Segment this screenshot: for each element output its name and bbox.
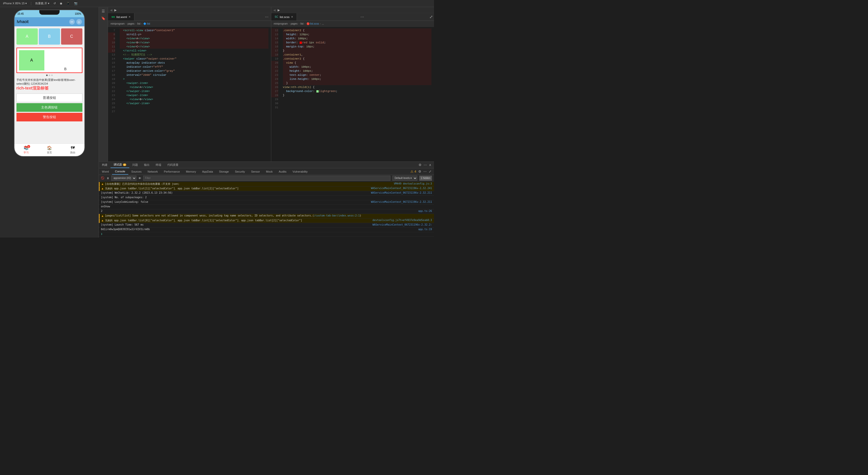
tab-scss[interactable]: SC list.scss ✕ [271, 13, 297, 21]
devtab-network[interactable]: Network [145, 168, 161, 175]
refresh-btn[interactable]: ↺ [54, 2, 56, 5]
tab-terminal[interactable]: 终端 [153, 162, 164, 168]
code-line-17: autoplay indicator-dots [120, 61, 269, 65]
tab-output[interactable]: 输出 [141, 162, 153, 168]
sidebar-icon-explorer[interactable]: ☰ [102, 9, 105, 13]
tab-terminal-label: 终端 [156, 163, 161, 167]
code-line-12: <view>C</view> [120, 44, 269, 49]
default-levels-select[interactable]: Default levels ▾ [393, 176, 417, 181]
wxml-code-content[interactable]: <scroll-view class="container2" scroll-y… [117, 27, 271, 161]
tab-wxml[interactable]: wx list.wxml ✕ [108, 13, 134, 21]
devtab-storage[interactable]: Storage [216, 168, 232, 175]
dot-1 [46, 74, 48, 76]
settings-icon[interactable]: ⚙ [418, 163, 422, 167]
devtab-security[interactable]: Security [232, 168, 248, 175]
code-line-19: indicator-active-color="gray" [120, 69, 269, 73]
devtab-console-label: Console [115, 170, 125, 173]
camera-btn[interactable]: 📷 [74, 2, 78, 5]
devtab-wxml[interactable]: Wxml [99, 168, 112, 175]
devtab-mock[interactable]: Mock [263, 168, 276, 175]
code-line-21: > [120, 77, 269, 81]
console-source-11[interactable]: app.ts:19 [418, 228, 432, 231]
console-source-5[interactable]: WAServiceMainContext_067231196v-2.32.211 [371, 200, 432, 203]
code-line-26: <view>B</view> [120, 97, 269, 101]
devtab-performance-label: Performance [164, 170, 180, 173]
devtab-performance[interactable]: Performance [161, 168, 183, 175]
tab-code-quality[interactable]: 代码质量 [164, 162, 182, 168]
nav-forward-btn[interactable]: ▶ [114, 8, 117, 12]
warn-icon-2: ▲ [102, 187, 103, 190]
tab-build[interactable]: 构建 [99, 162, 111, 168]
console-source-10[interactable]: WAServiceMainContext_067231196v-2.32.2: [372, 223, 432, 226]
tabbar-item-route[interactable]: 🗺 路由 [70, 146, 75, 154]
warn-icon-4: ▲ [102, 219, 103, 222]
tab-more-btn[interactable]: ⋯ [262, 15, 271, 19]
scss-line-15: border: red 1px solid; [283, 40, 432, 44]
console-source-1[interactable]: VM449 devtoolsconfig.js:3 [394, 182, 432, 185]
device-selector[interactable]: iPhone X 85% 15 ▾ [3, 2, 27, 5]
scss-tab-close[interactable]: ✕ [291, 15, 293, 18]
nav-back-btn[interactable]: ◀ [110, 8, 112, 12]
breadcrumb-list: list [137, 22, 141, 25]
scss-line-23: width: 100px; [283, 65, 432, 69]
devtools-settings-icon[interactable]: ⚙ [418, 169, 421, 173]
devtab-sensor[interactable]: Sensor [248, 168, 263, 175]
console-clear-btn[interactable]: 🚫 [101, 177, 104, 180]
tabbar-item-study[interactable]: 📚 2 学习 [24, 146, 29, 154]
console-line-launch: [system] Launch Time: 567 ms WAServiceMa… [99, 223, 434, 228]
sidebar-icons: ☰ 🔖 [99, 7, 108, 161]
phone-header-icons: ••• ◎ [69, 19, 82, 25]
scss-code-content[interactable]: .container2 { height: 120px; width: 100p… [280, 27, 434, 161]
appservice-selector[interactable]: appservice (#2) [111, 176, 136, 181]
console-source-9[interactable]: devtoolsconfig.js7t=ef4937e9ea9d5eab8:3 [372, 219, 432, 222]
hotreload-toggle[interactable]: 热重载 开 ▾ [35, 2, 50, 5]
devtab-audits-label: Audits [279, 170, 287, 173]
phone-btn-red[interactable]: 警告按钮 [17, 113, 83, 121]
console-line-prompt[interactable]: ❯ [99, 232, 434, 237]
header-icon-dots[interactable]: ••• [69, 19, 75, 25]
scss-nav-forward-btn[interactable]: ▶ [278, 8, 280, 12]
phone-time: 15:45 [18, 12, 24, 15]
devtab-sources[interactable]: Sources [128, 168, 145, 175]
compile-btn[interactable]: ◉ [60, 2, 62, 5]
tab-debugger-label: 调试器 [114, 163, 122, 166]
tab-output-label: 输出 [144, 163, 150, 167]
devtab-console[interactable]: Console [112, 168, 128, 175]
console-filter-input[interactable] [143, 176, 391, 181]
devtab-vulnerability[interactable]: Vulnerability [289, 168, 311, 175]
wxml-tab-close[interactable]: ✕ [128, 15, 130, 18]
debugger-badge: 4 [123, 163, 126, 166]
console-text-4: [system] No. of subpackages: 2 [101, 196, 430, 199]
phone-text-rich: rich-text渲染标签 [17, 86, 83, 91]
console-source-3[interactable]: WAServiceMainContext_067231196v-2.32.211 [371, 191, 432, 194]
scss-nav-back-btn[interactable]: ◀ [273, 8, 276, 12]
scss-tab-more-btn[interactable]: ⋯ [358, 15, 367, 19]
tab-debugger[interactable]: 调试器 4 [111, 162, 129, 168]
more-icon[interactable]: ⋯ [424, 163, 427, 167]
header-icon-circle[interactable]: ◎ [76, 19, 82, 25]
devtools-more-icon[interactable]: ⋯ [423, 169, 427, 173]
console-source-2[interactable]: WAServiceMainContext_067231196v-2,32.241 [371, 187, 432, 190]
code-line-24: </swiper-item> [120, 89, 269, 93]
phone-btn-green[interactable]: 主色调按钮 [17, 103, 83, 112]
devtab-memory[interactable]: Memory [183, 168, 199, 175]
tab-problems[interactable]: 问题 [129, 162, 141, 168]
devtab-appdata[interactable]: AppData [199, 168, 216, 175]
tabbar-label-route: 路由 [70, 151, 75, 154]
scss-line-16: margin-top: 10px; [283, 44, 432, 49]
phone-btn[interactable]: 📱 [66, 2, 70, 5]
console-pause-btn[interactable]: ⏸ [106, 177, 109, 180]
expand-btn[interactable]: ⤢ [428, 14, 434, 19]
console-text-10: [system] Launch Time: 567 ms [101, 223, 371, 226]
collapse-icon[interactable]: ∧ [429, 163, 431, 167]
sidebar-icon-bookmark[interactable]: 🔖 [101, 16, 105, 20]
tabbar-item-home[interactable]: 🏠 首页 [47, 146, 52, 154]
scss-line-13: height: 120px; [283, 32, 432, 36]
phone-btn-plain[interactable]: 普通按钮 [17, 94, 83, 102]
console-eye-icon[interactable]: 👁 [138, 177, 141, 180]
devtools-detach-icon[interactable]: ⤢ [429, 169, 431, 173]
bottom-panel: 构建 调试器 4 问题 输出 终端 代码质量 [99, 161, 434, 238]
console-source-7[interactable]: app.ts:26 [418, 210, 432, 213]
devtab-audits[interactable]: Audits [276, 168, 290, 175]
devtab-security-label: Security [235, 170, 245, 173]
